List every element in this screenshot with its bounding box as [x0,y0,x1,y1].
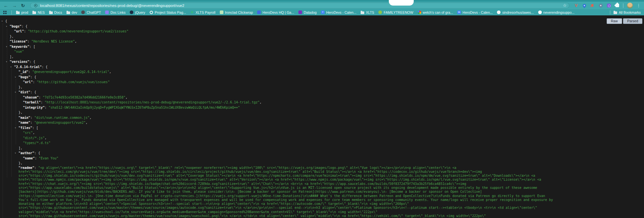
site-info-icon[interactable] [34,4,37,7]
collapse-toggle-icon[interactable]: ▾ [6,59,8,64]
json-colon: : [42,65,46,69]
json-line: "tarball": "http://localhost:8081/nexus/… [0,100,644,105]
recorder-extension-icon[interactable] [598,3,603,8]
json-punctuation: , [259,100,261,104]
json-line: "url": "https://github.com/neverendingsu… [0,29,644,34]
forward-button[interactable]: → [11,2,18,9]
json-line: ▾"bugs": { [0,75,644,80]
square-icon [220,10,223,14]
bookmark-item[interactable]: prod [16,10,28,14]
back-button[interactable]: ← [3,2,9,9]
json-colon: : [29,60,33,64]
bookmark-item[interactable]: 31HeroDevs - Calen... [457,10,493,14]
dot-icon [130,10,133,14]
json-line: }, [0,110,644,115]
json-line: "readme": "<p align=\"center\"><a href=\… [0,166,554,218]
bookmark-label: Datadog [304,10,317,14]
json-string-value: "https://github.com/vuejs/vue/issues" [37,80,110,84]
collapse-toggle-icon[interactable]: ▾ [15,125,16,131]
bookmark-item[interactable]: 7HeroDevs - Calen... [321,10,356,14]
json-key: "name" [19,121,30,124]
json-line: "src", [0,130,644,136]
json-punctuation: { [46,65,47,69]
json-key: "bugs" [10,25,22,28]
json-string-value: "https://github.com/neverendingsupport/v… [28,29,128,33]
megaphone-extension-icon[interactable] [590,3,595,8]
kebab-menu-icon[interactable]: ⋮ [636,3,641,8]
json-colon: : [32,126,36,130]
json-punctuation: , [85,121,87,124]
square-icon [105,10,109,14]
bookmark-item[interactable]: XLTS [361,10,374,14]
bookmark-item[interactable]: jQuery [130,10,145,14]
bookmark-label: XLTS Payroll [196,10,216,14]
bookmark-item[interactable]: HeroDevs HQ | Ga... [257,10,294,14]
collapse-toggle-icon[interactable]: ▾ [6,44,8,49]
collapse-toggle-icon[interactable]: ▾ [15,75,16,80]
json-colon: : [34,151,38,155]
password-extension-icon[interactable] [607,3,611,8]
collapse-toggle-icon[interactable]: ▾ [15,90,16,95]
reload-button[interactable]: ↻ [20,2,26,9]
bookmark-label: ChatGPT [86,10,101,14]
address-bar[interactable]: localhost:8081/nexus/content/repositorie… [30,3,569,9]
json-punctuation: , [45,136,47,140]
raw-button[interactable]: Raw [607,18,622,24]
bookmark-item[interactable]: Docs [49,10,62,14]
json-colon: : [28,40,31,43]
bookmark-item[interactable]: NES [32,10,45,14]
toolbar-separator [623,3,623,8]
collapse-toggle-icon[interactable]: ▾ [1,19,3,24]
profile-avatar[interactable] [627,3,633,9]
bookmark-item[interactable]: Doc Links [105,10,125,14]
bookmark-item[interactable]: neverendingsuppo... [538,10,575,14]
collapse-toggle-icon[interactable]: ▾ [10,64,12,70]
parsed-button[interactable]: Parsed [623,18,642,24]
json-string-value: "vue" [14,50,24,53]
bookmark-item[interactable]: FAMILYTREENOW [378,10,413,14]
bookmark-label: Ironclad Clickwrap [225,10,253,14]
bookmark-item[interactable]: Project Status Pag... [149,10,186,14]
bookmark-item[interactable]: Datadog [298,10,317,14]
json-viewer: Raw Parsed ▾{▾"bugs": {"url": "https://g… [0,15,644,218]
bookmark-label: neverendingsuppo... [543,10,575,14]
square-icon [257,10,261,14]
format-toggle: Raw Parsed [607,18,642,24]
square-icon: 31 [457,10,461,14]
json-punctuation: { [33,60,35,64]
json-punctuation: , [109,70,111,74]
apps-grid-icon[interactable] [3,11,7,14]
json-key: "dist" [19,90,30,94]
map-pin-extension-icon[interactable] [582,3,587,8]
bookmark-label: Docs [54,10,62,14]
bookmark-item[interactable]: welch's can of gra... [418,10,453,14]
dot-icon [378,10,382,14]
json-colon: : [22,25,26,28]
vue-devtools-icon[interactable]: V [574,3,578,8]
url-input[interactable]: localhost:8081/nexus/content/repositorie… [40,4,560,8]
bookmark-item[interactable]: dev [66,10,77,14]
bookmarks-bar: prodNESDocsdevChatGPTDoc LinksjQueryProj… [0,9,644,15]
json-string-value: "HeroDevs NES License" [31,40,75,43]
extensions-puzzle-icon[interactable] [615,3,619,8]
collapse-toggle-icon[interactable]: ▾ [15,151,16,156]
json-colon: : [34,166,38,170]
bookmark-item[interactable]: ChatGPT [81,10,101,14]
bookmark-item[interactable]: sindresorhus/awes... [497,10,534,14]
bookmark-item[interactable]: Ironclad Clickwrap [220,10,253,14]
json-line: ], [0,54,644,60]
dot-icon [538,10,542,14]
json-string-value: "<p align=\"center\"><a href=\"https://v… [19,166,553,218]
all-bookmarks-button[interactable]: All Bookmarks [614,10,641,14]
collapse-toggle-icon[interactable]: ▾ [6,24,8,29]
json-line: ▾{ [0,19,644,24]
json-line: "types/*.d.ts" [0,140,644,146]
bookmark-item[interactable]: +XLTS Payroll [190,10,216,14]
json-key: "integrity" [23,106,45,109]
bookmarks-separator [11,10,12,14]
json-key: "shasum" [23,96,39,99]
folder-icon [16,10,20,14]
bookmark-star-icon[interactable]: ☆ [563,3,567,8]
folder-icon [66,10,70,14]
json-line: "name": "Evan You" [0,156,644,161]
